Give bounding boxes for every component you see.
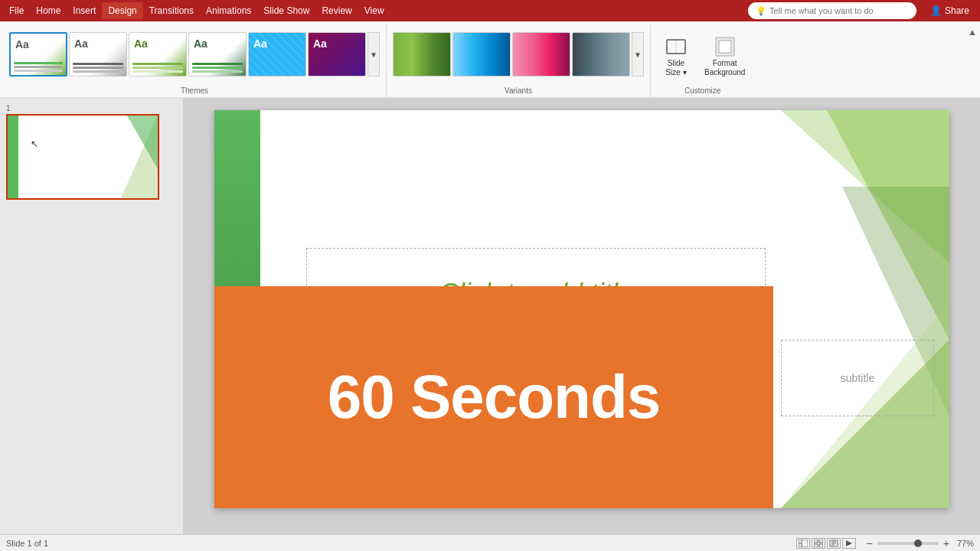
main-area: 1 ↖: [0, 98, 980, 551]
menu-insert[interactable]: Insert: [67, 2, 102, 19]
variant-scroll-down-icon: ▼: [634, 51, 642, 59]
thumb-green-right: [119, 116, 158, 198]
menu-animations[interactable]: Animations: [200, 2, 257, 19]
svg-rect-3: [719, 41, 731, 53]
themes-scroll-button[interactable]: ▼: [368, 32, 380, 77]
svg-rect-15: [819, 540, 823, 543]
theme-item-5[interactable]: Aa: [248, 32, 306, 77]
subtitle-placeholder-text: subtitle: [841, 372, 874, 384]
customize-buttons: SlideSize ▾ FormatBackground: [657, 28, 748, 84]
search-box[interactable]: 💡: [748, 2, 916, 19]
ribbon: Aa Aa: [0, 21, 980, 98]
format-background-label: FormatBackground: [704, 59, 745, 77]
variant-item-4[interactable]: [572, 32, 630, 77]
collapse-icon: ▲: [968, 27, 977, 37]
slide-thumbnail-1[interactable]: 1 ↖: [6, 104, 177, 200]
slide-size-label: SlideSize ▾: [665, 59, 686, 77]
orange-overlay: 60 Seconds: [214, 286, 773, 508]
slide-thumb-image: ↖: [6, 114, 159, 200]
customize-section-title: Customize: [684, 84, 720, 97]
reading-view-button[interactable]: [827, 538, 841, 549]
normal-view-button[interactable]: [796, 538, 810, 549]
theme-1-label: Aa: [15, 38, 29, 51]
slideshow-button[interactable]: [842, 538, 856, 549]
theme-item-6[interactable]: Aa: [308, 32, 366, 77]
share-button[interactable]: 👤 Share: [923, 2, 977, 19]
slide-panel: 1 ↖: [0, 98, 184, 551]
customize-section: SlideSize ▾ FormatBackground Customize: [651, 24, 754, 97]
menu-file[interactable]: File: [3, 2, 30, 19]
menu-home[interactable]: Home: [30, 2, 67, 19]
thumb-green-left: [8, 116, 18, 198]
zoom-level: 77%: [957, 539, 974, 548]
view-buttons: [796, 538, 856, 549]
slide-main: Click to add title subtitle 60 Seconds: [214, 110, 949, 508]
format-background-icon: [713, 34, 737, 59]
menu-view[interactable]: View: [358, 2, 390, 19]
theme-6-label: Aa: [313, 37, 327, 50]
scroll-down-icon: ▼: [370, 51, 377, 59]
variants-section: ▼ Variants: [387, 24, 651, 97]
zoom-thumb: [914, 540, 922, 547]
theme-2-label: Aa: [74, 37, 88, 50]
variants-scroll-button[interactable]: ▼: [632, 32, 644, 77]
theme-3-label: Aa: [134, 37, 148, 50]
format-background-button[interactable]: FormatBackground: [701, 31, 748, 80]
slide-design-right: [781, 110, 949, 508]
theme-item-4[interactable]: Aa: [188, 32, 247, 77]
themes-section: Aa Aa: [3, 24, 387, 97]
themes-section-title: Themes: [181, 84, 208, 97]
status-bar: Slide 1 of 1 − + 77%: [0, 534, 980, 551]
slide-sorter-button[interactable]: [812, 538, 825, 549]
ribbon-collapse-button[interactable]: ▲: [968, 24, 977, 38]
slide-size-button[interactable]: SlideSize ▾: [657, 31, 695, 80]
subtitle-placeholder[interactable]: subtitle: [781, 340, 934, 416]
svg-marker-22: [846, 540, 852, 546]
svg-rect-17: [819, 544, 823, 547]
zoom-minus-button[interactable]: −: [865, 537, 874, 549]
slide-canvas[interactable]: Click to add title subtitle 60 Seconds: [184, 98, 980, 551]
variants-section-title: Variants: [505, 84, 532, 97]
theme-4-label: Aa: [194, 37, 207, 50]
variant-item-3[interactable]: [512, 32, 570, 77]
variants-row: ▼: [393, 24, 644, 84]
overlay-text: 60 Seconds: [328, 362, 661, 432]
zoom-slider[interactable]: [877, 542, 939, 545]
theme-item-1[interactable]: Aa: [9, 32, 67, 77]
search-input[interactable]: [769, 6, 907, 15]
slide-size-icon: [664, 34, 688, 59]
svg-rect-16: [814, 544, 818, 547]
slide-number: 1: [6, 104, 177, 112]
menu-transitions[interactable]: Transitions: [143, 2, 200, 19]
menu-design[interactable]: Design: [102, 2, 142, 19]
zoom-plus-button[interactable]: +: [942, 537, 951, 549]
theme-item-2[interactable]: Aa: [69, 32, 127, 77]
variant-item-2[interactable]: [452, 32, 511, 77]
status-right: − + 77%: [796, 537, 974, 549]
theme-item-3[interactable]: Aa: [129, 32, 187, 77]
menu-review[interactable]: Review: [315, 2, 358, 19]
variant-item-1[interactable]: [393, 32, 451, 77]
menu-bar: File Home Insert Design Transitions Anim…: [0, 0, 980, 21]
slide-info: Slide 1 of 1: [6, 539, 48, 548]
svg-rect-14: [814, 540, 818, 543]
themes-row: Aa Aa: [9, 24, 380, 84]
menu-slideshow[interactable]: Slide Show: [257, 2, 315, 19]
share-icon: 👤: [930, 5, 942, 16]
